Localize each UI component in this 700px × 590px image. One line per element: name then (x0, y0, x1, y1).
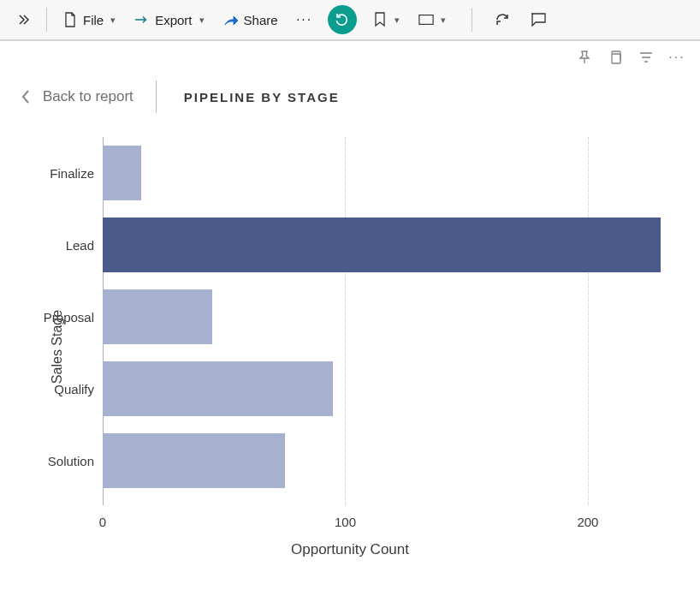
export-label: Export (155, 13, 192, 27)
bookmark-menu-button[interactable]: ▾ (364, 7, 408, 33)
file-menu-button[interactable]: File ▾ (54, 7, 124, 33)
svg-rect-0 (418, 15, 432, 25)
svg-rect-1 (612, 54, 620, 63)
pin-icon[interactable] (577, 50, 592, 65)
page-title: PIPELINE BY STAGE (184, 90, 340, 104)
ellipsis-icon: ··· (297, 12, 312, 27)
file-label: File (83, 13, 104, 27)
toolbar-separator (472, 8, 472, 32)
refresh-icon (335, 12, 350, 27)
comment-icon (531, 12, 546, 27)
copy-icon[interactable] (608, 50, 623, 65)
share-icon (223, 12, 239, 27)
category-label: Solution (48, 454, 103, 468)
chart: Sales Stage 0100200FinalizeLeadProposalQ… (17, 128, 683, 565)
comment-button[interactable] (522, 7, 555, 33)
back-button[interactable]: Back to report (21, 88, 133, 105)
chevron-down-icon: ▾ (394, 15, 400, 26)
category-label: Qualify (54, 382, 103, 396)
expand-menu-button[interactable] (7, 7, 39, 33)
x-tick-label: 0 (99, 515, 106, 529)
bar-row: Qualify (103, 361, 661, 416)
bar[interactable] (103, 433, 285, 488)
category-label: Proposal (44, 310, 103, 325)
breadcrumb: Back to report PIPELINE BY STAGE (0, 65, 700, 120)
filter-icon[interactable] (638, 50, 654, 65)
bar[interactable] (103, 218, 661, 272)
toolbar-separator (46, 8, 47, 32)
file-icon (62, 12, 78, 27)
share-button[interactable]: Share (215, 7, 287, 33)
bar-row: Solution (103, 433, 661, 488)
more-icon[interactable]: ··· (669, 50, 685, 65)
bar-row: Finalize (103, 146, 661, 200)
x-tick-label: 200 (577, 515, 598, 529)
bar[interactable] (103, 361, 333, 416)
visual-header: ··· (0, 41, 700, 65)
chevrons-right-icon (15, 12, 31, 27)
bar-row: Lead (103, 218, 661, 272)
bar[interactable] (103, 146, 141, 200)
rectangle-icon (418, 12, 434, 27)
reload-button[interactable] (486, 7, 519, 33)
more-options-button[interactable]: ··· (288, 7, 321, 33)
share-label: Share (244, 13, 278, 27)
chevron-down-icon: ▾ (199, 15, 205, 26)
bar-row: Proposal (103, 289, 661, 344)
app-toolbar: File ▾ Export ▾ Share ··· ▾ ▾ (0, 0, 700, 41)
back-label: Back to report (43, 88, 133, 105)
category-label: Lead (66, 238, 103, 253)
view-menu-button[interactable]: ▾ (410, 7, 454, 33)
bookmark-icon (372, 12, 388, 27)
chevron-left-icon (21, 89, 31, 104)
breadcrumb-separator (156, 80, 157, 113)
export-icon (134, 12, 150, 27)
export-menu-button[interactable]: Export ▾ (126, 7, 212, 33)
x-axis-title: Opportunity Count (291, 541, 409, 558)
chevron-down-icon: ▾ (110, 15, 116, 26)
refresh-button[interactable] (328, 5, 357, 34)
category-label: Finalize (50, 166, 103, 181)
bar[interactable] (103, 289, 212, 344)
plot-area: 0100200FinalizeLeadProposalQualifySoluti… (103, 137, 661, 505)
chevron-down-icon: ▾ (441, 15, 446, 26)
reload-icon (495, 12, 510, 27)
x-tick-label: 100 (335, 515, 356, 529)
